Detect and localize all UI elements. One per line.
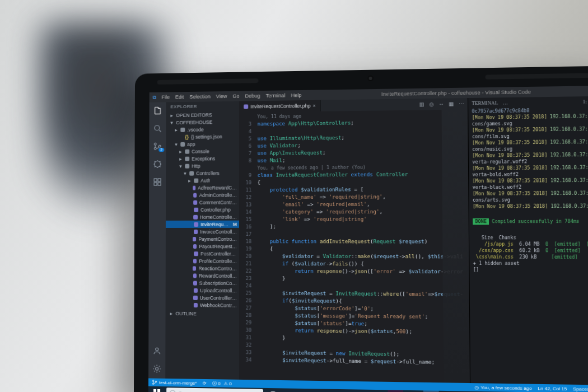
tree-item[interactable]: PaymentContro… [166, 235, 239, 242]
tree-item[interactable]: UserControlller… [166, 293, 239, 301]
line-gutter: 345678 910111213141516171819202122232425… [239, 112, 255, 380]
code-lines[interactable]: You, 11 days agonamespace App\Http\Contr… [255, 110, 470, 384]
search-icon[interactable] [152, 123, 162, 133]
tree-item[interactable]: AdfreeRewardC… [166, 184, 239, 192]
tree-item[interactable]: ProfileControlle… [166, 257, 239, 264]
tree-item[interactable]: UploadControll… [166, 286, 239, 294]
tree-item[interactable]: HomeControlle… [166, 213, 239, 221]
svg-rect-6 [158, 179, 161, 181]
svg-point-10 [156, 367, 158, 370]
chrome-icon[interactable] [370, 390, 385, 392]
svg-point-3 [159, 145, 161, 147]
editor-tab[interactable]: InviteRequestController.php × [239, 100, 321, 113]
nav-icon[interactable]: ↔ [438, 101, 444, 107]
tree-item[interactable]: PayoutRequest… [166, 242, 239, 250]
svg-point-1 [155, 143, 157, 145]
php-file-icon [244, 104, 248, 109]
problems-indicator[interactable]: ⓧ 0 ⚠ 0 [212, 380, 232, 387]
tree-item[interactable]: ▸Exceptions [166, 155, 239, 162]
tree-item[interactable]: InviteRequ…M [166, 221, 239, 228]
source-control-icon[interactable]: 2 [152, 141, 162, 151]
vscode-logo-icon: ⧉ [153, 94, 156, 100]
tree-item[interactable]: ▾Controllers [166, 169, 239, 177]
branch-indicator[interactable]: test-ui-orm-merge* [152, 380, 197, 386]
minimap[interactable] [442, 110, 470, 384]
speaker-grill [486, 73, 588, 79]
svg-point-12 [152, 383, 153, 384]
explorer-sidebar: EXPLORER ▸OPEN EDITORS ▾COFFEEHOUSE ▸.vs… [165, 101, 239, 380]
tree-item[interactable]: CommentContr… [166, 198, 239, 206]
menu-item[interactable]: Edit [175, 94, 184, 100]
laptop-bezel: ⧉ File Edit Selection View Go Debug Term… [134, 66, 588, 392]
terminal-tab[interactable]: TERMINAL [472, 100, 498, 106]
file-explorer-icon[interactable]: 🗀 [318, 389, 333, 392]
search-icon [170, 390, 175, 392]
edge-icon[interactable]: ⓔ [300, 389, 315, 392]
terminal-more[interactable]: … [503, 100, 508, 105]
tab-actions: ▥ ◎ ↔ ▦ ⋯ [419, 101, 468, 107]
tree-item[interactable]: SubscriptionCo… [166, 279, 239, 287]
more-icon[interactable]: ⋯ [459, 101, 464, 106]
svg-rect-8 [158, 183, 161, 185]
section-outline[interactable]: ▸OUTLINE [165, 310, 239, 318]
diff-icon[interactable]: ◎ [429, 101, 433, 107]
extensions-icon[interactable] [152, 177, 162, 187]
svg-point-2 [155, 147, 157, 150]
svg-point-11 [152, 380, 153, 381]
slack-icon[interactable]: # [388, 390, 404, 392]
tree-item[interactable]: Controller.php [166, 206, 239, 213]
tree-item[interactable]: ReactionContro… [166, 264, 239, 272]
account-icon[interactable] [152, 346, 162, 356]
tree-item[interactable]: ▾Http [166, 162, 239, 170]
tree-item[interactable]: ▸Auth [166, 176, 239, 184]
menu-item[interactable]: File [162, 94, 170, 100]
store-icon[interactable]: 🛍 [335, 389, 350, 392]
svg-point-4 [155, 161, 161, 167]
task-view-icon[interactable]: ⧉ [283, 388, 298, 392]
webcam [367, 76, 373, 81]
done-badge: DONE [473, 218, 489, 225]
menu-item[interactable]: Terminal [266, 92, 286, 99]
explorer-header: EXPLORER [166, 101, 239, 112]
sync-indicator[interactable]: ⟳ [203, 380, 207, 385]
terminal-panel[interactable]: TERMINAL … 1: php, node 0c7957ac9d677c9c… [468, 96, 588, 385]
explorer-icon[interactable] [153, 106, 163, 116]
tree-item[interactable]: InvoiceControll… [166, 228, 239, 235]
svg-rect-15 [157, 389, 160, 392]
word-icon[interactable]: W [353, 389, 368, 392]
tree-item[interactable]: PostController… [166, 250, 239, 257]
cursor-position[interactable]: Ln 42, Col 15 [538, 385, 567, 391]
menu-item[interactable]: Go [232, 94, 239, 99]
svg-rect-7 [154, 183, 157, 185]
screen: ⧉ File Edit Selection View Go Debug Term… [148, 86, 588, 392]
blame-status[interactable]: ◷ You, a few seconds ago [475, 385, 532, 391]
window-title: InviteRequestController.php - coffeehous… [381, 89, 531, 97]
tree-item[interactable]: RewardControll… [166, 272, 239, 279]
editor: InviteRequestController.php × ▥ ◎ ↔ ▦ ⋯ … [239, 98, 470, 383]
menu-item[interactable]: Help [291, 92, 302, 98]
code-area[interactable]: 345678 910111213141516171819202122232425… [239, 110, 470, 384]
tree-item[interactable]: {}{} settings.json [166, 133, 239, 141]
indent-status[interactable]: Spaces: 2 [573, 386, 588, 391]
svg-rect-5 [154, 179, 157, 181]
debug-icon[interactable] [152, 159, 162, 169]
menu-item[interactable]: Selection [189, 94, 210, 99]
tree-item[interactable]: WebhookContr… [166, 301, 239, 309]
gear-icon[interactable] [152, 363, 162, 374]
split-icon[interactable]: ▥ [419, 101, 425, 107]
svg-point-0 [155, 125, 160, 130]
tree-item[interactable]: ▾app [166, 140, 239, 148]
speaker-grill [157, 78, 259, 85]
menu-item[interactable]: View [216, 94, 227, 99]
grid-icon[interactable]: ▦ [449, 101, 454, 106]
tree-item[interactable]: ▸Console [166, 147, 239, 155]
close-icon[interactable]: × [312, 103, 315, 109]
svg-rect-14 [153, 389, 156, 392]
terminal-dropdown[interactable]: 1: php, node [583, 99, 588, 105]
cortana-icon[interactable] [265, 388, 281, 392]
menu-item[interactable]: Debug [245, 93, 260, 99]
start-button[interactable] [150, 386, 164, 392]
activity-bar: 2 [148, 102, 166, 378]
taskbar-search[interactable]: Type here to search [166, 388, 263, 392]
tree-item[interactable]: AdminControlle… [166, 191, 239, 199]
